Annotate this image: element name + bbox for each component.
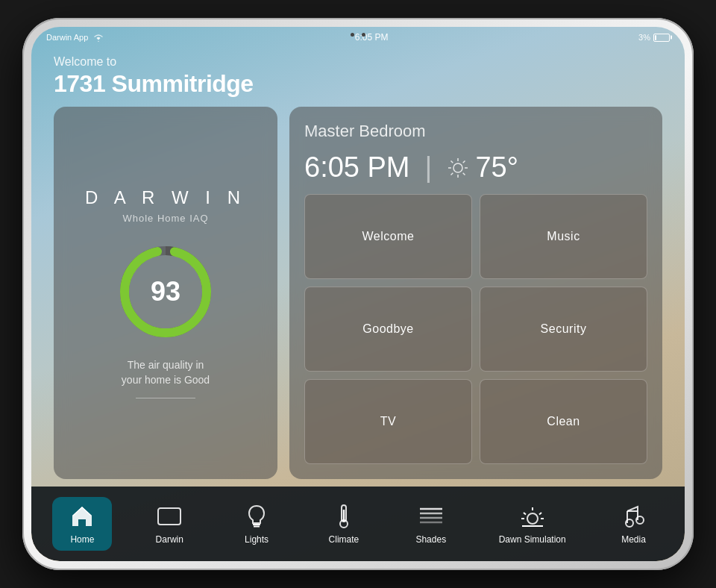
nav-label-media: Media	[621, 534, 646, 545]
svg-rect-14	[158, 508, 180, 525]
status-right: 3%	[638, 33, 670, 42]
cards-row: D A R W I N Whole Home IAQ 93	[54, 107, 662, 479]
battery-fill	[655, 35, 656, 40]
welcome-section: Welcome to 1731 Summitridge	[54, 55, 662, 98]
separator: |	[425, 151, 433, 184]
bedroom-card: Master Bedroom 6:05 PM |	[289, 107, 662, 479]
scene-btn-music[interactable]: Music	[480, 194, 647, 279]
room-name: Master Bedroom	[304, 122, 426, 141]
nav-label-lights: Lights	[245, 534, 268, 545]
nav-item-climate[interactable]: Climate	[314, 497, 374, 551]
nav-item-home[interactable]: Home	[52, 497, 112, 551]
tablet-device: Darwin App 6:05 PM 3% Welcome to 1731	[22, 18, 694, 570]
darwin-nav-icon	[156, 503, 183, 530]
time-temp-row: 6:05 PM |	[304, 151, 647, 184]
air-quality-description: The air quality in your home is Good	[122, 358, 210, 387]
camera-dot-2	[362, 33, 365, 37]
bedroom-header: Master Bedroom	[304, 122, 647, 141]
air-quality-score: 93	[151, 276, 180, 307]
darwin-title: D A R W I N	[85, 187, 246, 208]
welcome-label: Welcome to	[54, 55, 662, 69]
battery-percent: 3%	[638, 33, 650, 42]
scene-btn-clean[interactable]: Clean	[480, 379, 647, 464]
scene-btn-welcome[interactable]: Welcome	[304, 194, 472, 279]
svg-line-26	[539, 513, 541, 515]
temperature-value: 75°	[475, 151, 518, 184]
scene-grid: Welcome Music Goodbye Security TV	[304, 194, 647, 464]
svg-line-11	[451, 172, 453, 175]
nav-item-lights[interactable]: Lights	[227, 497, 286, 551]
svg-point-3	[453, 163, 462, 172]
svg-line-8	[451, 160, 453, 163]
svg-line-10	[463, 160, 465, 163]
nav-label-home: Home	[70, 534, 94, 545]
shades-icon	[418, 503, 445, 530]
svg-point-24	[527, 513, 538, 524]
nav-label-shades: Shades	[415, 534, 446, 545]
darwin-subtitle: Whole Home IAQ	[122, 213, 208, 224]
nav-item-media[interactable]: Media	[604, 497, 664, 551]
temperature-display: 75°	[447, 151, 518, 184]
nav-item-shades[interactable]: Shades	[401, 497, 461, 551]
wifi-icon	[92, 33, 104, 42]
nav-label-climate: Climate	[329, 534, 359, 545]
tablet-screen: Darwin App 6:05 PM 3% Welcome to 1731	[31, 27, 685, 561]
battery-icon	[653, 34, 670, 42]
svg-line-27	[524, 513, 526, 515]
app-name-label: Darwin App	[46, 33, 88, 42]
air-quality-chart: 93	[113, 240, 218, 344]
main-content: Welcome to 1731 Summitridge D A R W I N …	[31, 48, 685, 487]
camera-dot-1	[351, 33, 354, 37]
media-icon	[621, 503, 647, 530]
dawn-icon	[519, 503, 546, 530]
home-icon	[69, 503, 95, 530]
svg-line-9	[463, 172, 465, 175]
status-bar: Darwin App 6:05 PM 3%	[31, 27, 685, 48]
climate-icon	[330, 503, 357, 530]
camera-area	[351, 33, 365, 37]
nav-item-darwin[interactable]: Darwin	[139, 497, 199, 551]
status-left: Darwin App	[46, 33, 104, 42]
darwin-card: D A R W I N Whole Home IAQ 93	[54, 107, 277, 479]
bottom-nav: Home Darwin	[31, 487, 685, 561]
lights-icon	[243, 503, 270, 530]
nav-label-dawn: Dawn Simulation	[499, 534, 566, 545]
svg-marker-12	[72, 507, 92, 526]
current-time: 6:05 PM	[304, 151, 410, 184]
sun-icon	[447, 157, 469, 179]
card-divider	[136, 398, 195, 398]
scene-btn-goodbye[interactable]: Goodbye	[304, 287, 472, 372]
scene-btn-security[interactable]: Security	[480, 287, 647, 372]
home-name: 1731 Summitridge	[54, 70, 662, 98]
nav-item-dawn[interactable]: Dawn Simulation	[489, 497, 577, 551]
scene-btn-tv[interactable]: TV	[304, 379, 472, 464]
nav-label-darwin: Darwin	[156, 534, 183, 545]
